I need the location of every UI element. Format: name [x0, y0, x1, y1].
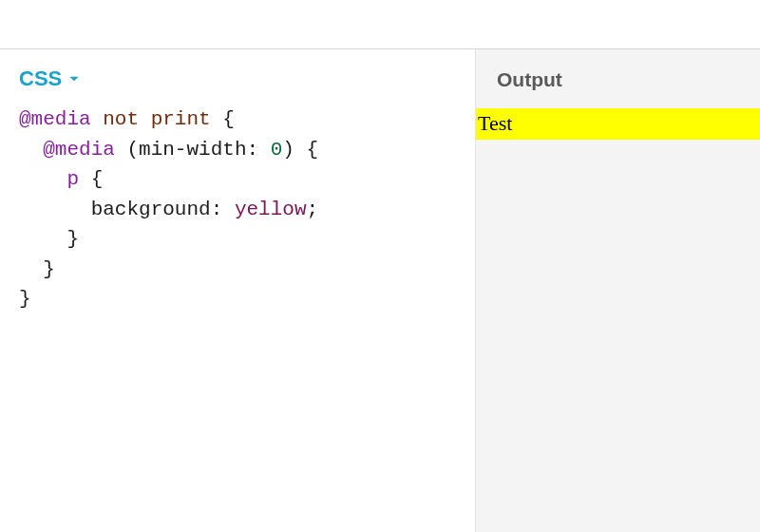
code-token-brace: { — [307, 139, 319, 161]
code-token-brace: } — [19, 288, 31, 310]
output-paragraph: Test — [476, 108, 760, 140]
css-editor-panel: CSS @media not print { @media (min-width… — [0, 49, 475, 532]
code-token-at: @media — [19, 108, 91, 130]
caret-down-icon — [67, 72, 81, 86]
code-token-property: background — [91, 199, 211, 220]
code-token-paren: ( — [126, 139, 139, 161]
code-token-value: yellow — [235, 199, 307, 220]
language-selector[interactable]: CSS — [19, 66, 81, 91]
code-token-keyword: print — [151, 108, 211, 130]
output-panel: Output Test — [475, 49, 760, 532]
code-token-brace: } — [66, 228, 79, 250]
code-token-at: @media — [43, 139, 115, 161]
output-header: Output — [476, 49, 760, 108]
code-editor[interactable]: @media not print { @media (min-width: 0)… — [19, 104, 456, 314]
main-split: CSS @media not print { @media (min-width… — [0, 49, 760, 532]
code-token-brace: { — [91, 168, 104, 190]
code-token-punct: : — [246, 139, 258, 161]
code-token-keyword: not — [103, 108, 139, 130]
code-token-cond: min-width — [139, 139, 246, 161]
code-token-selector: p — [66, 168, 79, 190]
language-label: CSS — [19, 66, 62, 91]
output-body: Test — [476, 108, 760, 532]
code-token-brace: { — [222, 108, 235, 130]
code-token-paren: ) — [282, 139, 294, 161]
code-token-number: 0 — [271, 139, 283, 161]
code-token-punct: ; — [307, 199, 319, 220]
code-token-punct: : — [211, 199, 223, 220]
code-token-brace: } — [43, 258, 55, 280]
top-toolbar-spacer — [0, 0, 760, 49]
